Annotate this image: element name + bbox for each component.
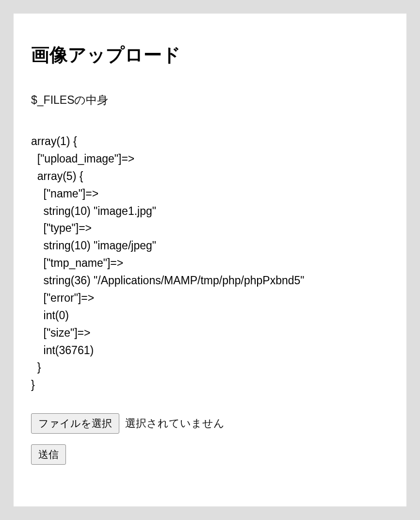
page-title: 画像アップロード bbox=[31, 43, 389, 67]
var-dump-output: array(1) { ["upload_image"]=> array(5) {… bbox=[31, 133, 389, 394]
subtitle: $_FILESの中身 bbox=[31, 93, 389, 108]
submit-button[interactable]: 送信 bbox=[31, 444, 66, 465]
file-status-text: 選択されていません bbox=[125, 416, 225, 431]
page-container: 画像アップロード $_FILESの中身 array(1) { ["upload_… bbox=[14, 14, 406, 506]
file-select-button[interactable]: ファイルを選択 bbox=[31, 413, 119, 434]
file-input-row: ファイルを選択 選択されていません bbox=[31, 413, 389, 434]
